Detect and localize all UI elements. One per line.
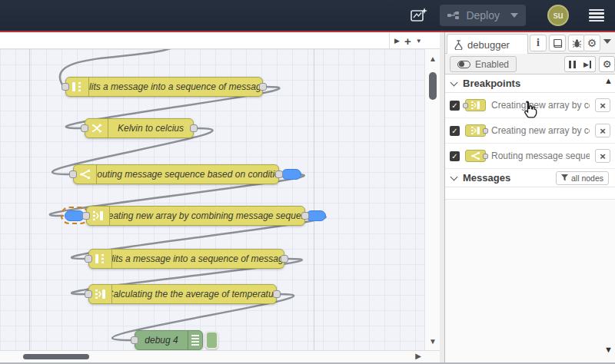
breakpoints-title: Breakpoints — [463, 78, 520, 89]
ai-assistant-button[interactable] — [407, 5, 430, 25]
debugger-settings-button[interactable]: ⚙ — [599, 56, 615, 72]
input-port[interactable] — [81, 124, 88, 132]
split-icon — [89, 250, 112, 268]
info-icon: i — [537, 37, 540, 49]
node-switch-1[interactable]: Routing message sequence based on condit… — [73, 164, 279, 184]
breakpoint-checkbox[interactable]: ✓ — [450, 126, 460, 136]
help-tab-button[interactable] — [549, 35, 566, 51]
input-port[interactable] — [82, 212, 90, 220]
output-port[interactable] — [275, 170, 283, 178]
scroll-down-icon[interactable]: ▼ — [425, 337, 440, 346]
scroll-up-icon[interactable]: ▲ — [425, 55, 440, 63]
node-split-2[interactable]: Splits a message into a sequence of mess… — [88, 249, 284, 269]
switch-node-output-icon — [465, 150, 486, 162]
deploy-caret-icon[interactable] — [510, 13, 518, 18]
message-filter-button[interactable]: all nodes — [556, 171, 609, 185]
messages-title: Messages — [463, 172, 510, 184]
split-icon — [66, 78, 89, 96]
input-port[interactable] — [85, 255, 92, 263]
output-port[interactable] — [259, 83, 267, 91]
horizontal-scroll-thumb[interactable] — [23, 354, 89, 359]
flow-list-caret-icon[interactable]: ▼ — [416, 38, 422, 45]
node-change-1[interactable]: Kelvin to celcius — [85, 118, 194, 138]
sidebar-tabs-caret-icon[interactable] — [603, 39, 611, 44]
debug-messages-icon — [188, 331, 202, 349]
flow-canvas[interactable]: Splits a message into a sequence of mess… — [0, 49, 424, 350]
add-flow-button[interactable]: + — [404, 35, 411, 47]
breakpoint-checkbox[interactable]: ✓ — [450, 151, 460, 161]
node-label: Creating new array by combining message … — [110, 207, 304, 225]
tab-scroll-right-icon[interactable]: ▶ — [394, 37, 400, 45]
node-label: Splits a message into a sequence of mess… — [112, 250, 284, 268]
config-tab-button[interactable]: ⚙ — [583, 35, 600, 51]
debugger-toolbar: Enabled ▶ ⚙ — [445, 54, 615, 74]
output-port[interactable] — [190, 124, 198, 132]
breakpoint-checkbox[interactable]: ✓ — [450, 101, 460, 111]
output-port[interactable] — [301, 212, 309, 220]
deploy-button[interactable]: Deploy — [440, 5, 526, 26]
node-label: debug 4 — [135, 331, 188, 349]
breakpoint-marker-switch-output[interactable] — [281, 169, 301, 180]
deploy-nodes-icon — [447, 11, 460, 20]
input-port[interactable] — [131, 336, 138, 344]
node-label: Routing message sequence based on condit… — [97, 165, 278, 184]
node-split-1[interactable]: Splits a message into a sequence of mess… — [65, 77, 263, 97]
node-join-2[interactable]: Calculating the the average of temperatu… — [88, 284, 277, 304]
gear-icon: ⚙ — [587, 37, 597, 49]
tab-debugger[interactable]: debugger — [447, 34, 528, 55]
canvas-horizontal-scrollbar[interactable]: ▶ — [0, 350, 440, 362]
debugger-panel: Breakpoints ✓ Creating new array by comb… — [445, 74, 615, 362]
join-node-output-icon — [465, 124, 486, 137]
vertical-scroll-thumb[interactable] — [429, 72, 437, 100]
breakpoints-section-header[interactable]: Breakpoints — [445, 74, 615, 93]
avatar-initials: su — [554, 10, 563, 21]
debug-tab-button[interactable] — [568, 35, 585, 51]
pause-button[interactable] — [564, 56, 580, 72]
output-port[interactable] — [273, 290, 281, 298]
input-port[interactable] — [62, 83, 69, 91]
user-avatar[interactable]: su — [547, 5, 569, 26]
chevron-down-icon — [450, 173, 458, 180]
join-icon — [87, 207, 110, 225]
input-port[interactable] — [85, 290, 92, 298]
chevron-down-icon — [450, 78, 458, 86]
join-node-input-icon — [465, 99, 486, 111]
node-label: Splits a message into a sequence of mess… — [89, 78, 262, 96]
step-icon: ▶ — [583, 61, 591, 68]
node-debug-4[interactable]: debug 4 — [135, 330, 203, 350]
canvas-vertical-scrollbar[interactable]: ▲ ▼ — [424, 49, 440, 350]
port-marker — [463, 103, 468, 108]
breakpoint-row[interactable]: ✓ Routing message sequence based on cond… — [445, 144, 615, 169]
main-menu-button[interactable] — [589, 9, 604, 22]
input-port[interactable] — [69, 170, 77, 178]
remove-breakpoint-button[interactable]: × — [595, 149, 610, 163]
switch-icon — [74, 165, 97, 184]
messages-empty-area — [445, 187, 615, 200]
step-button[interactable]: ▶ — [580, 56, 596, 72]
debug-toggle-button[interactable] — [205, 331, 218, 349]
funnel-icon — [561, 174, 568, 181]
toggle-icon — [457, 61, 470, 68]
output-port[interactable] — [281, 255, 288, 263]
messages-section-header[interactable]: Messages all nodes — [445, 169, 615, 187]
remove-breakpoint-button[interactable]: × — [595, 98, 610, 112]
tab-label: debugger — [467, 39, 510, 51]
sidebar-tabbar: debugger i ⚙ — [445, 32, 615, 54]
sidebar-scroll-down-icon[interactable]: ▼ — [604, 345, 613, 354]
breakpoint-row[interactable]: ✓ Creating new array by combining messag… — [445, 93, 615, 118]
node-join-1[interactable]: Creating new array by combining message … — [86, 206, 305, 226]
info-tab-button[interactable]: i — [530, 35, 547, 51]
remove-breakpoint-button[interactable]: × — [595, 124, 610, 137]
scroll-right-icon[interactable]: ▶ — [415, 352, 421, 360]
debugger-enabled-toggle[interactable]: Enabled — [450, 56, 517, 72]
app-header: Deploy su — [0, 0, 615, 31]
ai-sparkle-icon — [410, 7, 428, 24]
filter-label: all nodes — [571, 174, 603, 183]
node-label: Kelvin to celcius — [108, 119, 193, 137]
breakpoint-label: Creating new array by combining message … — [491, 125, 590, 136]
breakpoint-row[interactable]: ✓ Creating new array by combining messag… — [445, 118, 615, 144]
sidebar-scroll-up-icon[interactable]: ▲ — [604, 76, 613, 85]
flask-icon — [454, 40, 463, 50]
port-marker — [483, 154, 488, 159]
bug-icon — [572, 38, 582, 48]
